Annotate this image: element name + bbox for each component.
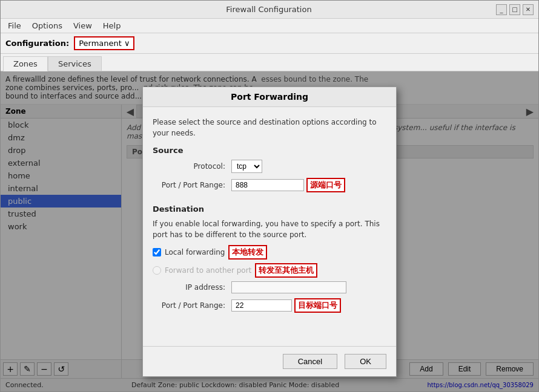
forward-other-radio[interactable]: [153, 266, 161, 275]
maximize-button[interactable]: □: [509, 4, 520, 15]
source-port-label: Port / Port Range:: [153, 181, 231, 189]
menu-view[interactable]: View: [68, 20, 97, 31]
modal-description: Please select the source and destination…: [153, 117, 386, 139]
port-forwarding-modal: Port Forwarding Please select the source…: [142, 87, 397, 377]
tab-services[interactable]: Services: [48, 56, 102, 71]
source-port-row: Port / Port Range: 源端口号: [153, 178, 386, 192]
content-area: A firewallld zone defines the level of t…: [1, 71, 538, 391]
protocol-control: tcp udp: [231, 160, 386, 173]
menu-options[interactable]: Options: [27, 20, 67, 31]
config-label: Configuration:: [5, 39, 69, 48]
modal-title: Port Forwarding: [143, 87, 396, 107]
config-dropdown[interactable]: Permanent ∨: [74, 36, 134, 50]
title-bar: Firewall Configuration _ □ ✕: [1, 1, 538, 19]
tab-zones[interactable]: Zones: [3, 56, 48, 71]
forward-other-label: Forward to another port: [165, 266, 251, 275]
destination-header: Destination: [153, 204, 386, 214]
dest-description: If you enable local forwarding, you have…: [153, 218, 386, 240]
config-arrow: ∨: [124, 39, 130, 48]
local-forwarding-label: Local forwarding: [165, 248, 225, 256]
main-tabs: Zones Services: [1, 54, 538, 71]
local-forwarding-row: Local forwarding 本地转发: [153, 245, 386, 260]
source-port-input[interactable]: [231, 179, 304, 191]
dest-port-label: Port / Port Range:: [153, 301, 231, 310]
source-port-control: 源端口号: [231, 178, 386, 192]
protocol-label: Protocol:: [153, 162, 231, 171]
forward-other-row: Forward to another port 转发至其他主机: [153, 263, 386, 278]
dest-port-input[interactable]: [231, 299, 292, 312]
modal-overlay: Port Forwarding Please select the source…: [1, 71, 538, 391]
main-window: Firewall Configuration _ □ ✕ File Option…: [0, 0, 539, 392]
close-button[interactable]: ✕: [523, 4, 534, 15]
minimize-button[interactable]: _: [496, 4, 507, 15]
ip-address-row: IP address:: [153, 281, 386, 293]
menu-file[interactable]: File: [3, 20, 26, 31]
ip-address-input[interactable]: [231, 281, 346, 293]
menu-bar: File Options View Help: [1, 19, 538, 33]
ok-button[interactable]: OK: [345, 354, 386, 369]
menu-help[interactable]: Help: [98, 20, 126, 31]
source-header: Source: [153, 146, 386, 155]
protocol-row: Protocol: tcp udp: [153, 160, 386, 173]
local-forwarding-checkbox[interactable]: [153, 248, 161, 256]
dest-port-annotation: 目标端口号: [294, 298, 341, 313]
source-port-annotation: 源端口号: [306, 178, 345, 192]
forward-other-annotation: 转发至其他主机: [255, 263, 317, 278]
modal-body: Please select the source and destination…: [143, 107, 396, 346]
protocol-select[interactable]: tcp udp: [231, 160, 262, 173]
title-bar-buttons: _ □ ✕: [496, 4, 534, 15]
ip-address-control: [231, 281, 386, 293]
config-value: Permanent: [79, 39, 122, 48]
destination-section: Destination If you enable local forwardi…: [153, 204, 386, 318]
ip-address-label: IP address:: [153, 283, 231, 292]
dest-port-row: Port / Port Range: 目标端口号: [153, 298, 386, 313]
source-section: Source Protocol: tcp udp: [153, 146, 386, 197]
dest-port-control: 目标端口号: [231, 298, 386, 313]
config-bar: Configuration: Permanent ∨: [1, 33, 538, 54]
local-forwarding-annotation: 本地转发: [228, 245, 267, 260]
modal-footer: Cancel OK: [143, 346, 396, 376]
cancel-button[interactable]: Cancel: [283, 354, 337, 369]
window-title: Firewall Configuration: [42, 5, 496, 14]
